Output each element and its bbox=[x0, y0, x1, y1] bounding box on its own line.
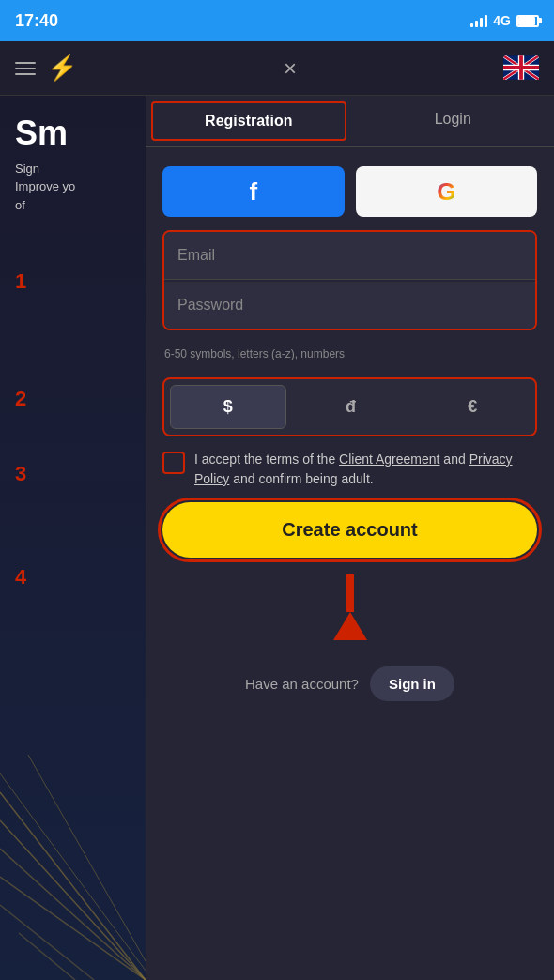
svg-line-5 bbox=[0, 905, 94, 980]
terms-text-2: and bbox=[439, 452, 469, 467]
left-panel-title: Sm bbox=[0, 96, 146, 160]
left-panel: Sm Sign Improve yo of 1 2 3 4 bbox=[0, 96, 146, 980]
svg-line-2 bbox=[0, 820, 146, 980]
close-icon[interactable]: × bbox=[284, 55, 297, 82]
svg-line-8 bbox=[28, 755, 146, 961]
social-row: f G bbox=[162, 166, 537, 217]
svg-line-4 bbox=[0, 877, 146, 980]
svg-line-3 bbox=[0, 849, 146, 980]
step-2-label: 2 bbox=[15, 387, 26, 411]
modal-content: f G 6-50 symbols, letters (a-z), numbers… bbox=[146, 147, 554, 739]
facebook-icon: f bbox=[249, 177, 257, 207]
network-label: 4G bbox=[493, 13, 511, 28]
bolt-icon: ⚡ bbox=[47, 54, 77, 83]
right-panel: Registration Login f G 6-50 symbols, let… bbox=[146, 96, 554, 980]
currency-vnd-button[interactable]: đ bbox=[294, 385, 408, 429]
step-4-label: 4 bbox=[15, 565, 26, 590]
hamburger-icon[interactable] bbox=[15, 62, 36, 75]
terms-row: I accept the terms of the Client Agreeme… bbox=[162, 450, 537, 489]
credentials-input-group bbox=[162, 230, 537, 330]
password-field[interactable] bbox=[164, 282, 535, 329]
email-field[interactable] bbox=[164, 232, 535, 280]
sign-in-button[interactable]: Sign in bbox=[370, 666, 454, 701]
have-account-text: Have an account? bbox=[245, 676, 359, 692]
arrow-container bbox=[162, 571, 537, 648]
facebook-login-button[interactable]: f bbox=[162, 166, 345, 217]
terms-checkbox[interactable] bbox=[162, 452, 185, 474]
left-panel-subtitle: Sign Improve yo of bbox=[0, 160, 146, 215]
create-account-button[interactable]: Create account bbox=[162, 502, 537, 558]
tab-login[interactable]: Login bbox=[352, 96, 555, 146]
status-icons: 4G bbox=[470, 13, 539, 28]
arrow-shaft bbox=[346, 574, 354, 612]
google-login-button[interactable]: G bbox=[356, 166, 538, 217]
signin-row: Have an account? Sign in bbox=[162, 661, 537, 720]
terms-text-3: and confirm being adult. bbox=[229, 471, 373, 486]
uk-flag-icon[interactable] bbox=[503, 55, 539, 82]
battery-icon bbox=[516, 15, 539, 27]
nav-bar: ⚡ × bbox=[0, 41, 554, 96]
arrow-indicator bbox=[333, 574, 367, 640]
terms-text-1: I accept the terms of the bbox=[194, 452, 339, 467]
terms-text: I accept the terms of the Client Agreeme… bbox=[194, 450, 537, 489]
tabs-container: Registration Login bbox=[146, 96, 554, 147]
currency-usd-button[interactable]: $ bbox=[170, 385, 286, 429]
step-3-label: 3 bbox=[15, 462, 26, 486]
status-time: 17:40 bbox=[15, 11, 58, 31]
svg-line-1 bbox=[0, 792, 146, 980]
currency-eur-button[interactable]: € bbox=[415, 385, 530, 429]
password-hint: 6-50 symbols, letters (a-z), numbers bbox=[162, 344, 537, 364]
svg-line-7 bbox=[0, 773, 146, 971]
decoration-lines bbox=[0, 698, 146, 980]
status-bar: 17:40 4G bbox=[0, 0, 554, 41]
main-container: Sm Sign Improve yo of 1 2 3 4 Registrati… bbox=[0, 96, 554, 980]
tab-registration[interactable]: Registration bbox=[151, 101, 346, 141]
step-1-label: 1 bbox=[15, 269, 26, 294]
google-icon: G bbox=[437, 177, 455, 207]
signal-bars-icon bbox=[470, 14, 487, 27]
svg-line-6 bbox=[19, 933, 75, 980]
client-agreement-link[interactable]: Client Agreement bbox=[339, 452, 439, 467]
nav-left: ⚡ bbox=[15, 54, 77, 83]
arrow-head-icon bbox=[333, 612, 367, 640]
currency-row: $ đ € bbox=[162, 377, 537, 436]
